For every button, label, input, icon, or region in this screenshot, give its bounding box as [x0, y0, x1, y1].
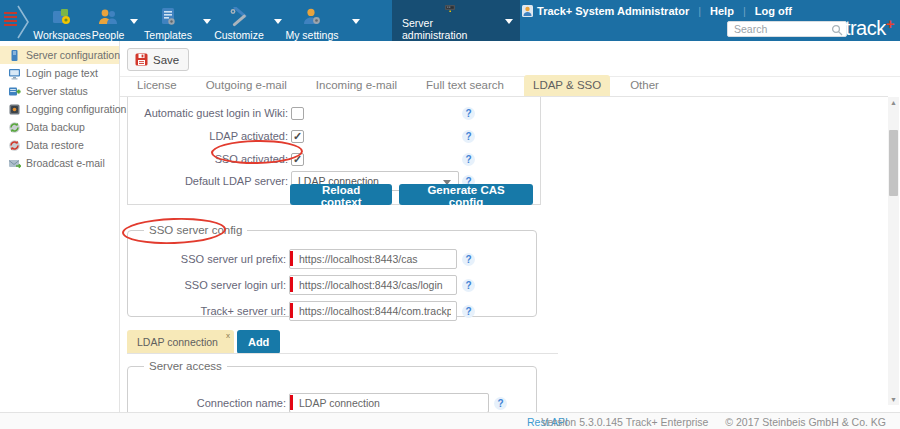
- nav-item-people[interactable]: People: [88, 3, 128, 41]
- user-icon: [522, 5, 533, 17]
- workspaces-icon: [50, 7, 74, 27]
- sso-activated-label: SSO activated:: [128, 153, 288, 165]
- help-icon[interactable]: ?: [462, 107, 475, 120]
- separator: |: [743, 5, 746, 17]
- nav-item-customize[interactable]: Customize: [211, 3, 267, 41]
- tab-incoming-email[interactable]: Incoming e-mail: [307, 75, 406, 96]
- logo-plus: +: [886, 15, 894, 32]
- scrollbar-thumb[interactable]: [889, 130, 898, 196]
- copyright-label: © 2017 Steinbeis GmbH & Co. KG: [725, 416, 886, 428]
- version-label: Version 5.3.0.145 Track+ Enterprise: [541, 416, 708, 428]
- search-icon: [831, 24, 843, 36]
- help-icon[interactable]: ?: [494, 397, 507, 410]
- sso-login-url-label: SSO server login url:: [128, 279, 286, 291]
- sidebar-item-broadcast-email[interactable]: Broadcast e-mail: [0, 154, 119, 172]
- app-window: Workspaces People Templates Customize My…: [0, 0, 900, 429]
- current-user-label[interactable]: Track+ System Administrator: [537, 5, 689, 17]
- nav-item-label: Workspaces: [33, 29, 91, 41]
- subtab-divider: [127, 353, 558, 354]
- my-settings-icon: [301, 7, 323, 27]
- sidebar-item-logging-configuration[interactable]: Logging configuration: [0, 100, 119, 118]
- required-marker: [290, 277, 293, 292]
- nav-item-server-administration[interactable]: Server administration: [392, 0, 520, 41]
- help-icon[interactable]: ?: [462, 153, 475, 166]
- people-icon: [97, 7, 119, 27]
- connection-name-input[interactable]: [289, 393, 489, 413]
- toolbar: Save: [120, 41, 900, 77]
- sidebar-item-label: Data restore: [26, 139, 84, 151]
- nav-item-label: Customize: [214, 29, 264, 41]
- nav-item-label: People: [92, 29, 125, 41]
- wiki-guest-login-checkbox[interactable]: [291, 107, 304, 120]
- required-marker: [290, 303, 293, 318]
- tab-ldap-connection-label: LDAP connection: [137, 336, 218, 348]
- sidebar-item-data-restore[interactable]: Data restore: [0, 136, 119, 154]
- tab-ldap-sso[interactable]: LDAP & SSO: [524, 75, 610, 96]
- help-icon[interactable]: ?: [462, 253, 475, 266]
- trackplus-server-url-input[interactable]: [289, 301, 457, 321]
- generate-cas-config-button[interactable]: Generate CAS config: [399, 184, 533, 205]
- trackplus-server-url-label: Track+ server url:: [128, 305, 286, 317]
- top-navbar: Workspaces People Templates Customize My…: [0, 0, 900, 41]
- sidebar-item-label: Data backup: [26, 121, 85, 133]
- sso-url-prefix-label: SSO server url prefix:: [128, 253, 286, 265]
- required-marker: [290, 251, 293, 266]
- nav-item-templates[interactable]: Templates: [140, 3, 196, 41]
- help-icon[interactable]: ?: [462, 279, 475, 292]
- customize-icon: [228, 7, 250, 27]
- separator: |: [698, 5, 701, 17]
- sidebar-item-login-page-text[interactable]: Login page text: [0, 64, 119, 82]
- sidebar-item-label: Logging configuration: [26, 103, 126, 115]
- help-icon[interactable]: ?: [462, 305, 475, 318]
- nav-item-my-settings[interactable]: My settings: [283, 3, 341, 41]
- wiki-guest-login-label: Automatic guest login in Wiki:: [128, 107, 288, 119]
- sso-url-prefix-input[interactable]: [289, 249, 457, 269]
- reload-context-button[interactable]: Reload context: [290, 184, 392, 205]
- ldap-sso-settings-panel: Automatic guest login in Wiki: ? LDAP ac…: [127, 97, 541, 205]
- scroll-up-icon[interactable]: ▲: [888, 97, 899, 108]
- search-box: [727, 21, 847, 37]
- ldap-activated-checkbox[interactable]: [291, 130, 304, 143]
- customize-dropdown-icon[interactable]: [274, 19, 282, 24]
- sso-login-url-input[interactable]: [289, 275, 457, 295]
- my-settings-dropdown-icon[interactable]: [352, 19, 360, 24]
- status-bar: Rest API Version 5.3.0.145 Track+ Enterp…: [0, 412, 900, 429]
- sidebar-item-data-backup[interactable]: Data backup: [0, 118, 119, 136]
- logoff-link[interactable]: Log off: [755, 5, 792, 17]
- templates-dropdown-icon[interactable]: [203, 19, 211, 24]
- scroll-down-icon[interactable]: ▼: [888, 394, 899, 405]
- sidebar-item-server-configuration[interactable]: Server configuration: [0, 46, 119, 64]
- ldap-connections-tabbar: LDAP connection x Add: [127, 330, 280, 354]
- vertical-scrollbar[interactable]: ▲ ▼: [888, 97, 899, 405]
- sidebar: Server configuration Login page text Ser…: [0, 41, 120, 412]
- required-marker: [290, 395, 293, 410]
- tab-other[interactable]: Other: [621, 75, 668, 96]
- help-link[interactable]: Help: [710, 5, 734, 17]
- nav-item-label: My settings: [285, 29, 338, 41]
- tab-ldap-connection[interactable]: LDAP connection x: [127, 330, 234, 354]
- sso-activated-checkbox[interactable]: [291, 153, 304, 166]
- save-button-label: Save: [153, 54, 179, 66]
- server-access-legend: Server access: [144, 360, 227, 372]
- tab-outgoing-email[interactable]: Outgoing e-mail: [197, 75, 296, 96]
- templates-icon: [158, 7, 178, 27]
- sidebar-item-server-status[interactable]: Server status: [0, 82, 119, 100]
- tab-license[interactable]: License: [128, 75, 186, 96]
- sidebar-item-label: Server configuration: [26, 49, 120, 61]
- close-icon[interactable]: x: [226, 331, 230, 340]
- sidebar-item-label: Login page text: [26, 67, 98, 79]
- save-button[interactable]: Save: [127, 48, 189, 71]
- settings-tabstrip: License Outgoing e-mail Incoming e-mail …: [120, 77, 888, 97]
- sidebar-item-label: Server status: [26, 85, 88, 97]
- search-input[interactable]: [728, 22, 846, 36]
- help-icon[interactable]: ?: [462, 130, 475, 143]
- logging-configuration-icon: [8, 103, 21, 116]
- nav-item-workspaces[interactable]: Workspaces: [30, 3, 94, 41]
- sso-server-config-legend: SSO server config: [144, 224, 247, 236]
- add-connection-button[interactable]: Add: [237, 330, 280, 354]
- server-administration-dropdown-icon[interactable]: [505, 19, 513, 24]
- trackplus-logo[interactable]: track+: [845, 17, 894, 40]
- tab-full-text-search[interactable]: Full text search: [417, 75, 513, 96]
- people-dropdown-icon[interactable]: [130, 19, 138, 24]
- server-administration-icon: [437, 3, 463, 15]
